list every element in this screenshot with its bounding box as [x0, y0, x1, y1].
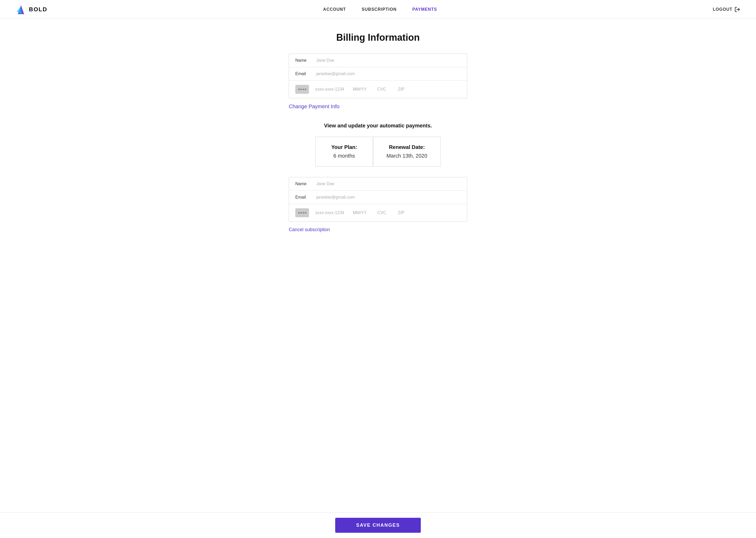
billing-card-row: xxxx-xxxx-1234 MM/YY CVC ZIP	[289, 81, 467, 98]
change-payment-section: Change Payment Info	[289, 103, 467, 110]
nav-account[interactable]: ACCOUNT	[323, 7, 346, 12]
plan-cards: Your Plan: 6 months Renewal Date: March …	[223, 136, 533, 167]
nav-payments[interactable]: PAYMENTS	[412, 7, 437, 12]
second-name-row: Name Jane Doe	[289, 177, 467, 191]
card-expiry: MM/YY	[351, 87, 369, 92]
second-billing-section: Name Jane Doe Email janedoe@gmail.com	[289, 177, 467, 233]
main-content: Billing Information Name Jane Doe Email …	[208, 19, 548, 264]
logo: BOLD	[16, 4, 47, 15]
renewal-card: Renewal Date: March 13th, 2020	[373, 136, 441, 167]
main-nav: ACCOUNT SUBSCRIPTION PAYMENTS	[323, 7, 437, 12]
billing-name-value: Jane Doe	[316, 58, 461, 63]
billing-name-label: Name	[295, 58, 316, 63]
card-number: xxxx-xxxx-1234	[315, 87, 344, 92]
plan-card-value: 6 months	[329, 153, 359, 159]
footer: SAVE CHANGES	[0, 512, 756, 538]
card-icon	[295, 85, 309, 94]
second-card-row: xxxx-xxxx-1234 MM/YY CVC ZIP	[289, 204, 467, 221]
card-zip: ZIP	[395, 87, 408, 92]
billing-email-value: janedoe@gmail.com	[316, 72, 461, 76]
billing-email-label: Email	[295, 72, 316, 76]
renewal-card-title: Renewal Date:	[386, 144, 427, 150]
second-card-number: xxxx-xxxx-1234	[315, 210, 344, 215]
second-email-row: Email janedoe@gmail.com	[289, 191, 467, 204]
billing-email-row: Email janedoe@gmail.com	[289, 67, 467, 81]
logo-text: BOLD	[29, 6, 47, 13]
nav-subscription[interactable]: SUBSCRIPTION	[362, 7, 397, 12]
bold-logo-icon	[16, 4, 26, 15]
renewal-card-value: March 13th, 2020	[386, 153, 427, 159]
second-card-cvc: CVC	[375, 210, 388, 215]
second-email-value: janedoe@gmail.com	[316, 195, 461, 200]
auto-payments-description: View and update your automatic payments.	[223, 123, 533, 129]
second-card-row-inner: xxxx-xxxx-1234 MM/YY CVC ZIP	[295, 208, 408, 217]
billing-name-row: Name Jane Doe	[289, 54, 467, 67]
logout-label: LOGOUT	[713, 7, 732, 12]
change-payment-link[interactable]: Change Payment Info	[289, 103, 339, 109]
second-card-dots	[298, 212, 306, 214]
card-dots	[298, 88, 306, 90]
cancel-subscription-link[interactable]: Cancel subscription	[289, 227, 330, 232]
card-cvc: CVC	[375, 87, 388, 92]
cancel-subscription-section: Cancel subscription	[289, 227, 467, 233]
second-card-expiry: MM/YY	[351, 210, 369, 215]
second-card-icon	[295, 208, 309, 217]
page-title: Billing Information	[223, 32, 533, 43]
header: BOLD ACCOUNT SUBSCRIPTION PAYMENTS LOGOU…	[0, 0, 756, 19]
second-card-zip: ZIP	[395, 210, 408, 215]
logout-button[interactable]: LOGOUT	[713, 7, 740, 12]
billing-form: Name Jane Doe Email janedoe@gmail.com	[289, 54, 467, 98]
second-name-value: Jane Doe	[316, 182, 461, 186]
second-billing-form: Name Jane Doe Email janedoe@gmail.com	[289, 177, 467, 222]
plan-card: Your Plan: 6 months	[315, 136, 373, 167]
logout-icon	[734, 7, 740, 12]
card-row: xxxx-xxxx-1234 MM/YY CVC ZIP	[295, 85, 408, 94]
plan-card-title: Your Plan:	[329, 144, 359, 150]
second-email-label: Email	[295, 195, 316, 200]
second-name-label: Name	[295, 182, 316, 186]
save-changes-button[interactable]: SAVE CHANGES	[335, 518, 421, 533]
